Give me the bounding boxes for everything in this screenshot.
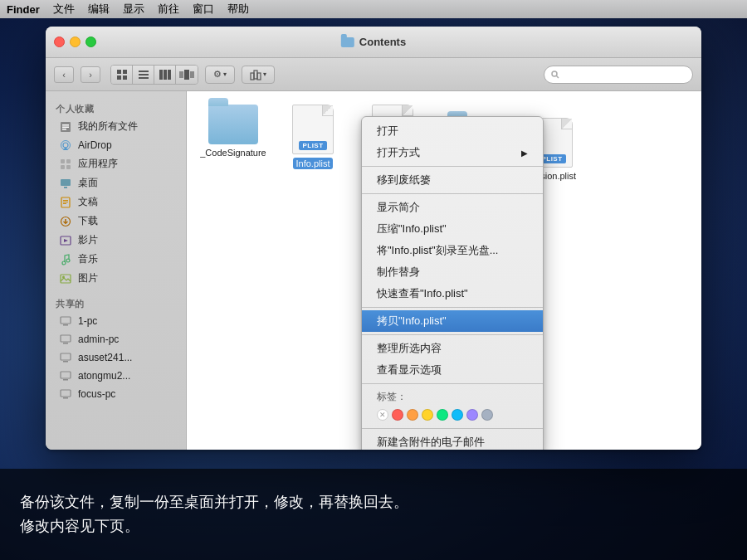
plist-badge: PLIST (299, 141, 326, 150)
sidebar-item-airdrop[interactable]: AirDrop (49, 136, 183, 154)
menubar-finder[interactable]: Finder (7, 3, 40, 16)
svg-rect-49 (63, 379, 68, 381)
cm-compress[interactable]: 压缩"Info.plist" (362, 218, 543, 240)
svg-rect-24 (61, 159, 65, 163)
file-item-code-signature[interactable]: _CodeSignature (200, 105, 266, 181)
sidebar-label-atongmu: atongmu2... (78, 370, 130, 382)
color-dot-green[interactable] (437, 409, 448, 421)
open-with-arrow-icon: ▶ (521, 149, 528, 158)
cm-sep-2 (362, 193, 543, 194)
sidebar-item-focuspc[interactable]: focus-pc (49, 385, 183, 403)
svg-rect-20 (62, 126, 69, 128)
action-arrow-icon: ▾ (223, 71, 227, 78)
all-files-icon (59, 120, 72, 134)
svg-rect-15 (254, 71, 257, 79)
menubar-edit[interactable]: 编辑 (88, 2, 110, 17)
computer-icon-asuset (59, 351, 72, 364)
svg-point-38 (62, 261, 66, 265)
pictures-icon (59, 272, 72, 285)
cm-sep-3 (362, 307, 543, 308)
share-button[interactable]: ▾ (242, 66, 275, 84)
content-area: 个人收藏 我的所有文件 AirDrop (46, 91, 701, 450)
cm-quicklook[interactable]: 快速查看"Info.plist" (362, 283, 543, 304)
action-button[interactable]: ⚙ ▾ (205, 66, 235, 84)
cm-open-with[interactable]: 打开方式 ▶ (362, 142, 543, 163)
toolbar: ‹ › ⚙ ▾ ▾ (46, 58, 701, 91)
view-column-button[interactable] (154, 66, 176, 84)
view-icon-button[interactable] (111, 66, 133, 84)
sidebar-label-airdrop: AirDrop (78, 139, 112, 151)
window-folder-icon (341, 37, 354, 47)
svg-rect-11 (184, 70, 189, 80)
cm-display-opts[interactable]: 查看显示选项 (362, 359, 543, 381)
svg-rect-47 (63, 361, 68, 363)
sidebar-label-music: 音乐 (78, 252, 98, 266)
sidebar-item-atongmu[interactable]: atongmu2... (49, 367, 183, 385)
cm-burn[interactable]: 将"Info.plist"刻录至光盘... (362, 240, 543, 261)
color-dot-red[interactable] (392, 409, 403, 421)
sidebar-label-movies: 影片 (78, 233, 98, 247)
svg-rect-0 (117, 70, 121, 74)
sidebar-label-downloads: 下载 (78, 214, 98, 228)
cm-alias[interactable]: 制作替身 (362, 261, 543, 283)
color-dot-yellow[interactable] (422, 409, 433, 421)
cm-info[interactable]: 显示简介 (362, 197, 543, 218)
menubar-help[interactable]: 帮助 (227, 2, 249, 17)
menubar-view[interactable]: 显示 (123, 2, 144, 17)
menubar-window[interactable]: 窗口 (193, 2, 214, 17)
svg-rect-1 (123, 70, 127, 74)
sidebar-item-applications[interactable]: 应用程序 (49, 154, 183, 173)
sidebar-item-1pc[interactable]: 1-pc (49, 312, 183, 330)
svg-rect-6 (139, 77, 149, 79)
cm-arrange[interactable]: 整理所选内容 (362, 338, 543, 359)
svg-rect-2 (117, 75, 121, 80)
folder-icon-code-signature (208, 105, 258, 144)
svg-rect-5 (139, 74, 149, 75)
search-box[interactable] (544, 66, 693, 84)
cm-email[interactable]: 新建含附件的电子邮件 (362, 431, 543, 450)
sidebar-item-pictures[interactable]: 图片 (49, 269, 183, 288)
color-dot-purple[interactable] (466, 409, 478, 421)
close-button[interactable] (54, 37, 65, 47)
sidebar-item-adminpc[interactable]: admin-pc (49, 330, 183, 348)
cm-trash[interactable]: 移到废纸篓 (362, 169, 543, 191)
gear-icon: ⚙ (213, 69, 222, 80)
sidebar-item-downloads[interactable]: 下载 (49, 212, 183, 231)
svg-rect-21 (62, 129, 66, 130)
view-coverflow-button[interactable] (176, 66, 198, 84)
sidebar-item-all-files[interactable]: 我的所有文件 (49, 117, 183, 136)
svg-rect-26 (61, 165, 65, 169)
back-button[interactable]: ‹ (54, 66, 74, 83)
svg-rect-31 (63, 200, 68, 201)
color-dot-blue[interactable] (452, 409, 463, 421)
cm-copy[interactable]: 拷贝"Info.plist" (362, 310, 543, 332)
view-list-button[interactable] (133, 66, 154, 84)
menubar-go[interactable]: 前往 (158, 2, 179, 17)
cm-open[interactable]: 打开 (362, 120, 543, 142)
sidebar-label-focuspc: focus-pc (78, 388, 115, 400)
sidebar-label-asuset: asuset241... (78, 352, 132, 363)
sidebar-item-music[interactable]: 音乐 (49, 250, 183, 269)
svg-rect-42 (61, 317, 71, 324)
svg-rect-13 (251, 73, 254, 80)
sidebar-item-desktop[interactable]: 桌面 (49, 173, 183, 192)
file-item-info-plist[interactable]: PLIST Info.plist (280, 105, 346, 181)
svg-rect-8 (164, 70, 167, 80)
minimize-button[interactable] (70, 37, 81, 47)
forward-button[interactable]: › (81, 66, 100, 83)
svg-rect-28 (61, 179, 71, 186)
menubar-file[interactable]: 文件 (53, 2, 75, 17)
svg-rect-51 (63, 397, 68, 399)
svg-marker-37 (64, 239, 68, 242)
share-arrow-icon: ▾ (263, 71, 266, 78)
sidebar-item-asuset[interactable]: asuset241... (49, 348, 183, 367)
color-dot-none[interactable]: ✕ (377, 409, 388, 421)
sidebar-item-documents[interactable]: 文稿 (49, 192, 183, 212)
airdrop-icon (59, 139, 72, 152)
title-bar: Contents (46, 27, 701, 58)
instruction-bar: 备份该文件，复制一份至桌面并打开，修改，再替换回去。 修改内容见下页。 (0, 469, 747, 560)
sidebar-item-movies[interactable]: 影片 (49, 231, 183, 250)
color-dot-gray[interactable] (481, 409, 493, 421)
fullscreen-button[interactable] (85, 37, 96, 47)
color-dot-orange[interactable] (407, 409, 418, 421)
